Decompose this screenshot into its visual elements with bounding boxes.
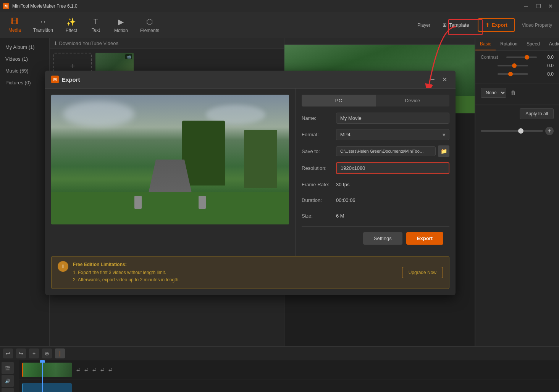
contrast-row: Contrast 0.0 [481,55,554,60]
apply-all-button[interactable]: Apply to all [520,108,554,119]
sidebar-item-music[interactable]: Music (59) [0,65,49,77]
playhead[interactable] [42,360,43,392]
audio-clip[interactable] [22,383,72,392]
resolution-display: 1920x1080 [336,162,449,174]
dialog-title-row: M Export [51,76,80,83]
duration-label: Duration: [302,197,336,203]
video-clip[interactable] [22,363,72,377]
sidebar-item-pictures[interactable]: Pictures (0) [0,77,49,89]
toolbar-transition[interactable]: ↔ Transition [28,15,58,36]
toolbar: 🎞 Media ↔ Transition ✨ Effect T Text ▶ M… [0,12,559,38]
contrast-slider[interactable] [506,56,537,58]
ground [51,192,289,224]
speed-slider[interactable] [481,130,543,132]
sidebar: My Album (1) Videos (1) Music (59) Pictu… [0,38,50,346]
size-label: Size: [302,213,336,219]
dialog-minimize-button[interactable]: ─ [427,74,437,84]
warning-icon: i [58,261,68,272]
app-icon-letter: M [5,4,8,8]
app-icon: M [3,3,9,9]
path-marker-2 [199,196,206,209]
minimize-button[interactable]: ─ [521,2,532,10]
player-header [284,38,475,45]
toolbar-motion[interactable]: ▶ Motion [109,15,133,36]
warning-line1: 1. Export the first 3 videos without len… [73,269,397,276]
transition-icon: ↔ [39,17,47,26]
none-select[interactable]: None [481,88,506,98]
layers-icon: ⊞ [443,22,447,28]
timeline-toolbar: ↩ ↪ + ⊕ | [0,347,559,360]
toolbar-text[interactable]: T Text [84,15,107,36]
export-dialog-button[interactable]: Export [406,232,443,245]
sidebar-item-videos[interactable]: Videos (1) [0,53,49,65]
warning-line2: 2. Afterwards, export video up to 2 minu… [73,276,397,284]
export-dialog: M Export ─ ✕ [45,71,456,295]
export-toolbar-button[interactable]: ⬆ Export [478,18,515,32]
tab-pc[interactable]: PC [302,95,376,106]
contrast-value: 0.0 [547,55,554,60]
redo-button[interactable]: ↪ [16,348,26,358]
title-bar: M MiniTool MovieMaker Free 6.1.0 ─ ❐ ✕ [0,0,559,12]
name-input[interactable] [336,113,449,124]
size-value: 6 M [336,211,449,221]
tab-speed[interactable]: Speed [522,38,544,50]
cloud-1 [63,101,134,127]
undo-button[interactable]: ↩ [3,348,13,358]
dialog-icon: M [51,76,59,83]
plus-icon: + [70,61,75,71]
toolbar-effect[interactable]: ✨ Effect [60,15,83,36]
contrast-section: Contrast 0.0 0.0 0.0 [475,51,559,84]
format-select[interactable]: MP4 MOV AVI [336,129,449,140]
dialog-footer: Settings Export [302,226,449,250]
upgrade-button[interactable]: Upgrade Now [402,267,443,278]
player-label-area: Player [412,15,436,36]
videos-label: Videos (1) [5,56,28,62]
transition-arrows-2: ⇄ [81,367,88,372]
folder-browse-button[interactable]: 📁 [438,145,449,157]
prop-value-2: 0.0 [547,63,554,68]
settings-button[interactable]: Settings [363,232,402,245]
none-section: None 🗑 [475,84,559,105]
prop-value-3: 0.0 [547,71,554,77]
playhead-marker[interactable]: | [55,348,65,358]
tree-2 [244,130,277,188]
add-button[interactable]: + [545,127,554,135]
duration-field-row: Duration: 00:00:06 [302,195,449,205]
prop-slider-3[interactable] [498,73,528,75]
dialog-title: Export [62,76,80,83]
dialog-settings: PC Device Name: Format: MP4 MOV AVI ▼ [295,89,456,256]
tab-audio[interactable]: Audio [544,38,559,50]
player-label: Player [417,23,430,28]
motion-label: Motion [114,28,128,33]
close-button[interactable]: ✕ [545,2,556,10]
dialog-controls: ─ ✕ [427,74,449,84]
media-toolbar: ⬇ Download YouTube Videos [50,38,284,49]
trash-button[interactable]: 🗑 [509,88,518,97]
video-property-label: Video Property [518,23,556,28]
transition-arrows-3: ⇄ [89,367,96,372]
tab-basic[interactable]: Basic [475,38,496,50]
dialog-preview [45,89,295,256]
download-youtube-link[interactable]: ⬇ Download YouTube Videos [53,40,118,46]
text-label: Text [92,27,100,33]
template-button[interactable]: ⊞ Template [437,20,475,30]
dialog-header: M Export ─ ✕ [45,71,456,89]
app-title: MiniTool MovieMaker Free 6.1.0 [12,3,78,9]
export-icon: ⬆ [485,22,490,28]
tab-rotation[interactable]: Rotation [496,38,522,50]
framerate-label: Frame Rate: [302,182,336,187]
preview-image [51,95,289,224]
name-field-row: Name: [302,113,449,124]
toolbar-media[interactable]: 🎞 Media [3,15,26,36]
sidebar-item-album[interactable]: My Album (1) [0,41,49,53]
add-track-button[interactable]: + [29,348,39,358]
tab-device[interactable]: Device [376,95,450,106]
toolbar-elements[interactable]: ⬡ Elements [135,15,165,36]
prop-slider-2[interactable] [498,65,528,66]
dialog-close-button[interactable]: ✕ [439,74,449,84]
elements-icon: ⬡ [146,17,153,26]
split-button[interactable]: ⊕ [42,348,52,358]
music-track-icon: ♪ [2,388,14,392]
warning-box: i Free Edition Limitations: 1. Export th… [51,256,449,289]
restore-button[interactable]: ❐ [533,2,544,10]
